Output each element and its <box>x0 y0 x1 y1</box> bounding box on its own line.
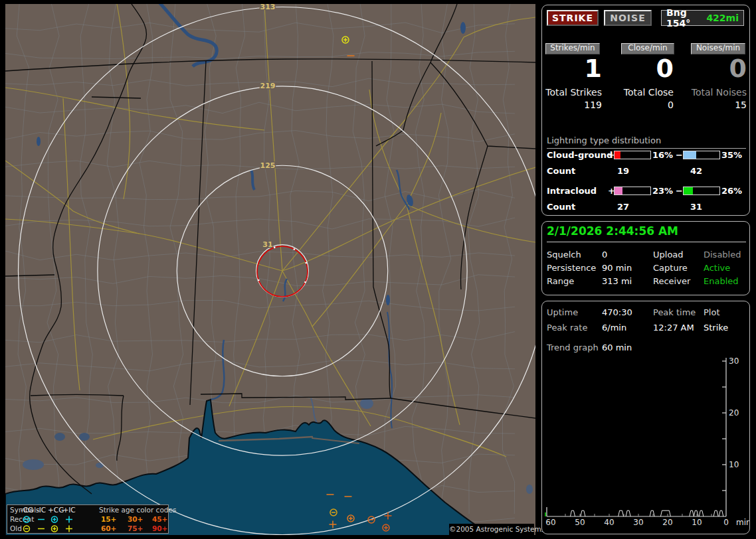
svg-text:30: 30 <box>633 518 643 527</box>
ic-minus-pct: 26% <box>721 186 742 196</box>
age-45: 45+ <box>152 515 167 523</box>
copyright-notice: ©2005 Astrogenic Systems <box>449 524 534 535</box>
svg-text:0: 0 <box>723 518 729 527</box>
current-datetime: 2/1/2026 2:44:56 AM <box>547 224 678 238</box>
svg-text:219: 219 <box>260 82 276 90</box>
cg-plus-pct: 16% <box>652 150 673 160</box>
legend-col-+cg: +CG <box>48 506 61 514</box>
peak-time-header: Peak time <box>653 307 696 317</box>
noise-mode-button[interactable]: NOISE <box>604 10 652 26</box>
svg-text:min: min <box>736 518 749 527</box>
ic-plus-bar <box>614 187 651 195</box>
capture-label: Capture <box>653 263 688 273</box>
old-pos-cg-icon <box>50 524 59 533</box>
legend-col-+ic: +IC <box>62 506 76 514</box>
svg-text:30: 30 <box>729 356 739 366</box>
old-pos-ic-icon <box>64 524 74 533</box>
trend-graph: 1020306050403020100min <box>542 349 749 534</box>
close-per-min-value: 0 <box>614 54 674 82</box>
app-window: 31321912531 Symbols -CG -IC +CG +IC Stri… <box>0 0 756 539</box>
total-close-label: Total Close <box>614 87 674 98</box>
legend-row-old-label: Old <box>10 524 22 532</box>
ic-minus-count: 31 <box>690 202 702 212</box>
persistence-value: 90 min <box>602 263 632 273</box>
age-90: 90+ <box>152 524 167 532</box>
plot-value: Strike <box>704 323 728 333</box>
range-label: Range <box>547 276 574 286</box>
cg-count-label: Count <box>547 166 575 176</box>
old-neg-cg-icon <box>22 524 31 533</box>
cg-minus-pct: 35% <box>721 150 742 160</box>
range-value: 313 mi <box>602 276 632 286</box>
recent-neg-ic-icon <box>37 515 46 524</box>
map[interactable]: 31321912531 <box>5 4 535 535</box>
cg-minus-count: 42 <box>690 166 702 176</box>
close-per-min-header: Close/min <box>621 43 674 54</box>
total-strikes-value: 119 <box>542 100 602 110</box>
age-60: 60+ <box>101 524 116 532</box>
receiver-label: Receiver <box>653 276 690 286</box>
strike-mode-button[interactable]: STRIKE <box>547 10 599 26</box>
bearing-label: Bng 154° <box>666 7 706 29</box>
cg-minus-sign: − <box>676 150 683 160</box>
receiver-value: Enabled <box>704 276 739 286</box>
upload-label: Upload <box>653 250 684 260</box>
svg-text:313: 313 <box>260 4 276 11</box>
distribution-title: Lightning type distribution <box>547 135 746 149</box>
plot-header: Plot <box>704 307 720 317</box>
svg-text:10: 10 <box>729 460 739 469</box>
bearing-readout: Bng 154° 422mi <box>661 10 744 26</box>
strikes-per-min-header: Strikes/min <box>545 43 600 54</box>
map-legend: Symbols -CG -IC +CG +IC Strike age color… <box>7 504 169 534</box>
recent-neg-cg-icon <box>22 515 31 524</box>
squelch-value: 0 <box>602 250 607 260</box>
age-15: 15+ <box>101 515 116 523</box>
ic-minus-bar <box>683 187 720 195</box>
ic-count-label: Count <box>547 202 575 212</box>
total-noises-value: 15 <box>687 100 747 110</box>
legend-col--ic: -IC <box>35 506 47 514</box>
cg-plus-bar <box>614 151 651 159</box>
ic-plus-pct: 23% <box>652 186 673 196</box>
capture-value: Active <box>704 263 730 273</box>
strikes-per-min-value: 1 <box>542 54 602 82</box>
old-neg-ic-icon <box>37 524 46 533</box>
uptime-value: 470:30 <box>602 307 632 317</box>
total-close-value: 0 <box>614 100 674 110</box>
peak-rate-label: Peak rate <box>547 323 587 333</box>
age-75: 75+ <box>128 524 143 532</box>
svg-text:50: 50 <box>575 518 585 527</box>
panel-status: 2/1/2026 2:44:56 AM Squelch 0 Upload Dis… <box>541 221 750 295</box>
persistence-label: Persistence <box>547 263 596 273</box>
panel-statistics: STRIKE NOISE Bng 154° 422mi Strikes/min … <box>541 5 750 216</box>
total-strikes-label: Total Strikes <box>542 87 602 98</box>
intracloud-label: Intracloud <box>547 186 597 196</box>
noises-per-min-header: Noises/min <box>691 43 745 54</box>
legend-age-title: Strike age color codes <box>99 506 176 514</box>
uptime-label: Uptime <box>547 307 578 317</box>
upload-value: Disabled <box>704 250 741 260</box>
squelch-label: Squelch <box>547 250 581 260</box>
peak-rate-value: 6/min <box>602 323 626 333</box>
svg-text:31: 31 <box>262 240 272 249</box>
svg-text:60: 60 <box>545 518 555 527</box>
svg-text:40: 40 <box>604 518 614 527</box>
svg-text:125: 125 <box>260 161 276 170</box>
datetime-divider <box>547 242 746 242</box>
cg-plus-count: 19 <box>617 166 629 176</box>
age-30: 30+ <box>128 515 143 523</box>
noises-per-min-value: 0 <box>687 54 747 82</box>
peak-time-value: 12:27 AM <box>653 323 694 333</box>
total-noises-label: Total Noises <box>687 87 747 98</box>
panel-trend: Uptime 470:30 Peak time Plot Peak rate 6… <box>541 301 750 534</box>
svg-text:20: 20 <box>729 408 739 418</box>
cg-minus-bar <box>683 151 720 159</box>
recent-pos-cg-icon <box>50 515 59 524</box>
ic-minus-sign: − <box>676 186 683 196</box>
svg-text:10: 10 <box>692 518 702 527</box>
legend-col--cg: -CG <box>21 506 33 514</box>
svg-text:20: 20 <box>662 518 672 527</box>
bearing-distance: 422mi <box>706 13 739 23</box>
cloud-ground-label: Cloud-ground <box>547 150 613 160</box>
recent-pos-ic-icon <box>64 515 74 524</box>
